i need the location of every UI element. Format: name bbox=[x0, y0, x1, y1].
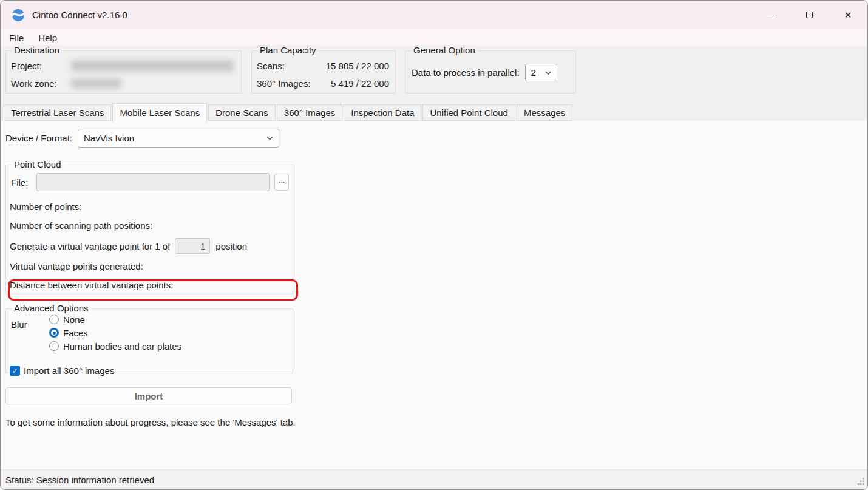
window-title: Cintoo Connect v2.16.0 bbox=[32, 10, 127, 20]
tab-drone-scans[interactable]: Drone Scans bbox=[208, 104, 276, 121]
menu-bar: File Help bbox=[1, 29, 867, 46]
workzone-label: Work zone: bbox=[11, 78, 71, 89]
resize-grip-icon[interactable] bbox=[856, 477, 865, 487]
tab-terrestrial-laser-scans[interactable]: Terrestrial Laser Scans bbox=[4, 104, 111, 121]
scanning-path-positions-label: Number of scanning path positions: bbox=[10, 220, 152, 231]
blur-radio-none[interactable]: None bbox=[49, 313, 181, 326]
close-icon: ✕ bbox=[844, 10, 852, 19]
vantage-count-input[interactable]: 1 bbox=[175, 238, 210, 254]
import-button[interactable]: Import bbox=[5, 387, 292, 404]
minimize-button[interactable] bbox=[751, 1, 790, 29]
chevron-down-icon bbox=[266, 134, 274, 142]
radio-selected-icon bbox=[49, 328, 59, 338]
plan-capacity-legend: Plan Capacity bbox=[257, 45, 319, 56]
file-label: File: bbox=[11, 177, 28, 188]
plan-capacity-group: Plan Capacity Scans: 15 805 / 22 000 360… bbox=[251, 50, 396, 94]
point-cloud-legend: Point Cloud bbox=[12, 159, 64, 170]
checkbox-checked-icon: ✓ bbox=[10, 366, 20, 376]
maximize-icon bbox=[806, 12, 813, 18]
minimize-icon bbox=[767, 15, 774, 15]
title-bar: Cintoo Connect v2.16.0 ✕ bbox=[1, 1, 867, 29]
vantage-distance-label: Distance between virtual vantage points: bbox=[10, 280, 173, 290]
maximize-button[interactable] bbox=[790, 1, 829, 29]
top-panel: Destination Project: Work zone: Plan Cap… bbox=[1, 46, 867, 103]
device-format-value: NavVis Ivion bbox=[78, 133, 262, 143]
general-option-group: General Option Data to process in parall… bbox=[405, 50, 576, 94]
tab-mobile-laser-scans[interactable]: Mobile Laser Scans bbox=[112, 103, 207, 123]
tab-messages[interactable]: Messages bbox=[517, 104, 572, 121]
number-of-points-label: Number of points: bbox=[10, 202, 81, 212]
parallel-select[interactable]: 2 bbox=[525, 64, 557, 81]
workzone-value-redacted bbox=[71, 78, 121, 89]
destination-legend: Destination bbox=[12, 45, 62, 56]
blur-radio-human-bodies[interactable]: Human bodies and car plates bbox=[49, 339, 181, 353]
radio-icon bbox=[49, 315, 59, 324]
file-input[interactable] bbox=[36, 173, 270, 191]
radio-icon bbox=[49, 341, 59, 351]
vantage-generated-label: Virtual vantage points generated: bbox=[10, 261, 143, 271]
status-bar: Status: Session information retrieved bbox=[1, 469, 867, 489]
status-text: Status: Session information retrieved bbox=[5, 475, 154, 485]
tab-unified-point-cloud[interactable]: Unified Point Cloud bbox=[422, 104, 515, 121]
destination-group: Destination Project: Work zone: bbox=[5, 50, 242, 94]
menu-file[interactable]: File bbox=[3, 31, 30, 45]
project-value-redacted bbox=[71, 60, 234, 72]
scans-value: 15 805 / 22 000 bbox=[326, 61, 389, 71]
advanced-options-group: Advanced Options Blur None Faces Human b… bbox=[5, 308, 293, 373]
tab-page-mobile-laser-scans: Device / Format: NavVis Ivion Point Clou… bbox=[1, 121, 867, 469]
menu-help[interactable]: Help bbox=[32, 31, 63, 45]
tab-inspection-data[interactable]: Inspection Data bbox=[344, 104, 421, 121]
app-window: Cintoo Connect v2.16.0 ✕ File Help Desti… bbox=[0, 0, 868, 490]
radio-label: Faces bbox=[63, 328, 88, 338]
cintoo-logo-icon bbox=[10, 7, 26, 23]
tab-strip: Terrestrial Laser Scans Mobile Laser Sca… bbox=[1, 103, 867, 121]
radio-label: None bbox=[63, 315, 85, 325]
chevron-down-icon bbox=[544, 69, 552, 77]
parallel-label: Data to process in parallel: bbox=[412, 67, 520, 78]
blur-radio-faces[interactable]: Faces bbox=[49, 326, 181, 339]
parallel-value: 2 bbox=[526, 67, 541, 78]
import-all-images-checkbox[interactable]: ✓ Import all 360° images bbox=[10, 366, 114, 376]
progress-info-text: To get some information about progress, … bbox=[5, 417, 296, 427]
checkbox-label: Import all 360° images bbox=[24, 366, 114, 376]
general-option-legend: General Option bbox=[411, 45, 478, 56]
close-button[interactable]: ✕ bbox=[829, 1, 867, 29]
images-360-value: 5 419 / 22 000 bbox=[331, 78, 389, 89]
blur-label: Blur bbox=[11, 319, 27, 330]
browse-button[interactable]: ... bbox=[274, 174, 289, 191]
point-cloud-group: Point Cloud File: ... Number of points: … bbox=[5, 165, 293, 294]
project-label: Project: bbox=[11, 61, 71, 71]
images-360-label: 360° Images: bbox=[257, 78, 311, 89]
vantage-prefix-label: Generate a virtual vantage point for 1 o… bbox=[10, 241, 170, 251]
radio-label: Human bodies and car plates bbox=[63, 341, 181, 352]
device-format-select[interactable]: NavVis Ivion bbox=[78, 129, 279, 148]
vantage-suffix-label: position bbox=[215, 241, 247, 251]
device-format-label: Device / Format: bbox=[5, 133, 72, 143]
scans-label: Scans: bbox=[257, 61, 285, 71]
tab-360-images[interactable]: 360° Images bbox=[277, 104, 342, 121]
